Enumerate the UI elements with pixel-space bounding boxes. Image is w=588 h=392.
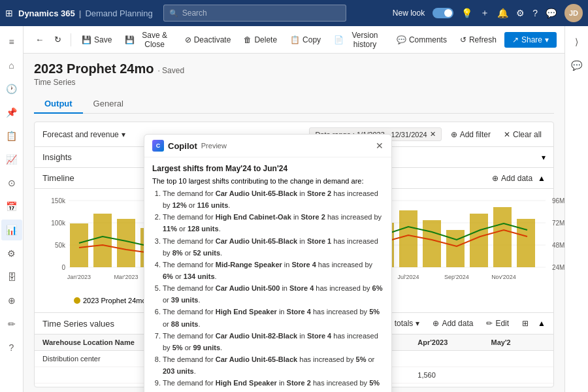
copilot-intro: The top 10 largest shifts contributing t… <box>152 177 384 185</box>
user-avatar[interactable]: JD <box>564 4 583 22</box>
copilot-list: The demand for Car Audio Unit-65-Black i… <box>152 188 384 392</box>
sidebar-menu-icon[interactable]: ≡ <box>1 31 22 52</box>
sidebar-recent-icon[interactable]: 🕐 <box>1 78 22 99</box>
nav-right-section: New look 💡 ＋ 🔔 ⚙ ? 💬 JD <box>393 4 583 22</box>
svg-text:100k: 100k <box>51 220 66 227</box>
plus-icon[interactable]: ＋ <box>480 7 489 19</box>
ts-view-button[interactable]: ⊞ <box>518 317 532 330</box>
sidebar-demand-icon[interactable]: 📊 <box>1 220 22 240</box>
insights-label: Insights <box>42 152 72 162</box>
timeline-label: Timeline <box>42 173 74 183</box>
comments-button[interactable]: 💬 Comments <box>391 33 452 47</box>
timeline-collapse-icon[interactable]: ▲ <box>538 174 546 183</box>
deactivate-button[interactable]: ⊘ Deactivate <box>180 33 237 47</box>
share-chevron-icon: ▾ <box>545 35 549 44</box>
sidebar-table-icon[interactable]: 📋 <box>1 125 22 146</box>
sidebar-chart-icon[interactable]: 📈 <box>1 149 22 170</box>
timeline-add-data-button[interactable]: ⊕ Add data <box>492 174 532 183</box>
tab-output[interactable]: Output <box>34 95 83 114</box>
clear-all-button[interactable]: ✕ Clear all <box>500 128 546 141</box>
copy-icon: 📋 <box>290 35 300 44</box>
delete-icon: 🗑 <box>244 35 252 44</box>
list-item: The demand for Car Audio Unit-65-Black h… <box>163 353 384 377</box>
svg-rect-28 <box>446 230 465 267</box>
sidebar-plus-icon[interactable]: ⊕ <box>1 290 22 311</box>
forecast-chevron-icon: ▾ <box>122 130 125 139</box>
tab-general[interactable]: General <box>83 95 134 114</box>
sidebar-calendar-icon[interactable]: 📅 <box>1 196 22 217</box>
module-name: Demand Planning <box>85 8 152 18</box>
search-input[interactable] <box>182 8 340 18</box>
right-sidebar: ⟩ 💬 <box>564 26 588 392</box>
forecast-dropdown[interactable]: Forecast and revenue ▾ <box>42 130 125 139</box>
refresh-button[interactable]: ↺ Refresh <box>455 33 502 47</box>
right-sidebar-chat-icon[interactable]: 💬 <box>566 55 587 76</box>
forward-button[interactable]: ↻ <box>50 32 65 47</box>
add-data-icon: ⊕ <box>492 174 498 183</box>
save-close-button[interactable]: 💾 Save & Close <box>120 28 176 52</box>
search-box[interactable]: 🔍 <box>163 5 346 22</box>
left-sidebar: ≡ ⌂ 🕐 📌 📋 📈 ⊙ 📅 📊 ⚙ 🗄 ⊕ ✏ ? <box>0 26 24 392</box>
list-item: The demand for Car Audio Unit-65-Black i… <box>163 235 384 259</box>
page-title: 2023 Prophet 24mo <box>34 61 154 76</box>
bell-icon[interactable]: 🔔 <box>497 8 508 18</box>
delete-button[interactable]: 🗑 Delete <box>238 33 282 47</box>
brand-name: Dynamics 365 <box>18 8 75 18</box>
date-range-close-icon[interactable]: ✕ <box>430 130 436 139</box>
lightbulb-icon[interactable]: 💡 <box>461 8 472 18</box>
copilot-heading: Largest shifts from May'24 to Jun'24 <box>152 164 384 173</box>
grid-icon[interactable]: ⊞ <box>5 8 13 18</box>
top-navbar: ⊞ Dynamics 365 | Demand Planning 🔍 New l… <box>0 0 588 26</box>
svg-rect-13 <box>93 214 112 267</box>
saved-indicator: · Saved <box>157 66 184 75</box>
sidebar-edit-icon[interactable]: ✏ <box>1 314 22 335</box>
svg-text:Jan'2023: Jan'2023 <box>67 274 91 280</box>
list-item: The demand for High End Speaker in Store… <box>163 377 384 392</box>
list-item: The demand for High End Speaker in Store… <box>163 306 384 329</box>
back-button[interactable]: ← <box>31 32 48 47</box>
ts-add-data-button[interactable]: ⊕ Add data <box>429 317 477 330</box>
list-item: The demand for High End Cabinet-Oak in S… <box>163 211 384 235</box>
ts-collapse-icon[interactable]: ▲ <box>538 319 546 328</box>
sidebar-help2-icon[interactable]: ? <box>1 337 22 358</box>
copilot-close-icon[interactable]: ✕ <box>376 140 384 151</box>
settings-icon[interactable]: ⚙ <box>516 8 525 18</box>
cell-apr-2: 1,560 <box>410 367 483 384</box>
right-sidebar-expand-icon[interactable]: ⟩ <box>566 31 587 52</box>
sidebar-pin-icon[interactable]: 📌 <box>1 102 22 123</box>
ts-edit-button[interactable]: ✏ Edit <box>482 317 513 330</box>
toolbar-divider-1 <box>71 33 71 46</box>
version-history-button[interactable]: 📄 Version history <box>329 28 389 52</box>
chat-icon[interactable]: 💬 <box>546 8 557 18</box>
svg-rect-30 <box>493 207 512 267</box>
svg-text:96M: 96M <box>552 197 564 204</box>
col-may: May'2 <box>483 335 538 351</box>
sidebar-funnel-icon[interactable]: ⊙ <box>1 172 22 193</box>
share-button[interactable]: ↗ Share ▾ <box>504 32 557 48</box>
svg-text:Jul'2024: Jul'2024 <box>397 274 419 280</box>
legend-item-prophet: 2023 Prophet 24mo <box>74 297 146 304</box>
new-look-toggle[interactable] <box>433 8 453 18</box>
sidebar-settings-icon[interactable]: ⚙ <box>1 243 22 264</box>
sidebar-home-icon[interactable]: ⌂ <box>1 55 22 76</box>
copy-button[interactable]: 📋 Copy <box>285 33 326 47</box>
add-filter-button[interactable]: ⊕ Add filter <box>447 128 495 141</box>
share-icon: ↗ <box>512 35 519 44</box>
list-item: The demand for Car Audio Unit-82-Black i… <box>163 330 384 353</box>
save-icon: 💾 <box>82 35 91 44</box>
svg-rect-27 <box>423 220 441 267</box>
clear-icon: ✕ <box>504 130 510 139</box>
list-item: The demand for Mid-Range Speaker in Stor… <box>163 259 384 282</box>
cell-may-2 <box>483 367 538 384</box>
comments-icon: 💬 <box>397 35 406 44</box>
svg-text:48M: 48M <box>552 242 564 249</box>
save-button[interactable]: 💾 Save <box>76 33 117 47</box>
help-icon[interactable]: ? <box>532 8 538 18</box>
list-item: The demand for Car Audio Unit-65-Black i… <box>163 188 384 211</box>
list-item: The demand for Car Audio Unit-500 in Sto… <box>163 282 384 306</box>
insights-collapse-icon[interactable]: ▾ <box>542 153 546 162</box>
legend-dot-prophet <box>74 297 80 304</box>
copilot-title: Copilot <box>168 141 197 151</box>
sidebar-db-icon[interactable]: 🗄 <box>1 267 22 287</box>
page-subtitle: Time Series <box>34 78 554 87</box>
